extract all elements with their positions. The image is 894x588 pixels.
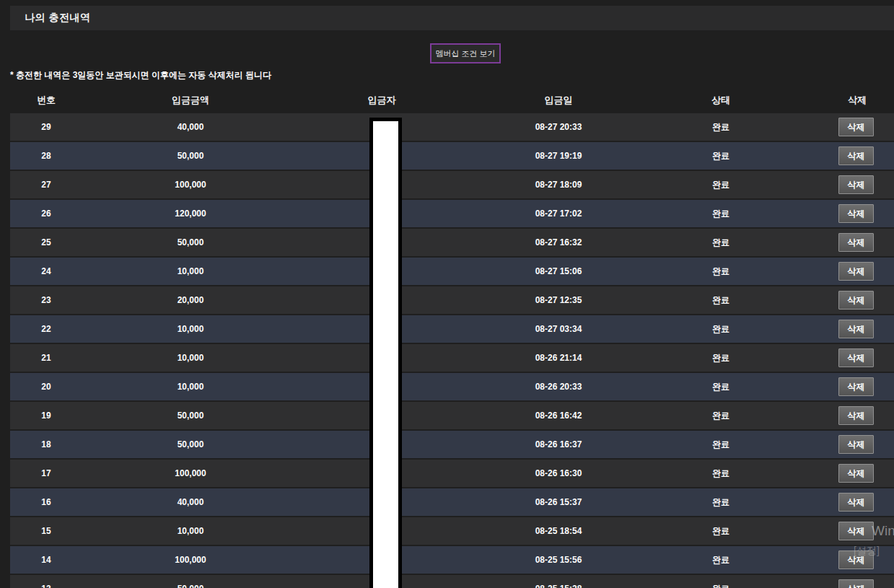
table-row: 14 100,000 08-25 15:56 완료 삭제 <box>10 546 894 574</box>
cell-amount: 50,000 <box>82 439 299 449</box>
title-bar: 나의 충전내역 <box>10 6 894 30</box>
cell-no: 27 <box>10 180 82 190</box>
cell-date: 08-25 15:28 <box>465 584 652 588</box>
cell-no: 19 <box>10 411 82 421</box>
cell-delete: 삭제 <box>789 146 894 165</box>
table-row: 22 10,000 08-27 03:34 완료 삭제 <box>10 315 894 343</box>
cell-amount: 10,000 <box>82 353 299 363</box>
cell-amount: 10,000 <box>82 324 299 334</box>
cell-status: 완료 <box>652 554 789 566</box>
delete-button[interactable]: 삭제 <box>838 579 874 588</box>
delete-button[interactable]: 삭제 <box>838 493 874 512</box>
table-row: 18 50,000 08-26 16:37 완료 삭제 <box>10 431 894 458</box>
cell-delete: 삭제 <box>789 406 894 425</box>
cell-status: 완료 <box>652 237 789 249</box>
cell-delete: 삭제 <box>789 175 894 194</box>
cell-delete: 삭제 <box>789 262 894 281</box>
cell-no: 18 <box>10 439 82 449</box>
delete-button[interactable]: 삭제 <box>838 464 874 483</box>
cell-no: 29 <box>10 122 82 132</box>
cell-amount: 50,000 <box>82 584 299 588</box>
table-row: 25 50,000 08-27 16:32 완료 삭제 <box>10 229 894 256</box>
column-header-depositor: 입금자 <box>299 94 465 107</box>
retention-note: * 충전한 내역은 3일동안 보관되시면 이후에는 자동 삭제처리 됩니다 <box>10 69 271 82</box>
membership-conditions-button[interactable]: 멤버십 조건 보기 <box>430 43 501 63</box>
cell-status: 완료 <box>652 525 789 537</box>
column-header-no: 번호 <box>10 94 82 107</box>
cell-delete: 삭제 <box>789 348 894 367</box>
cell-delete: 삭제 <box>789 377 894 396</box>
delete-button[interactable]: 삭제 <box>838 435 874 454</box>
cell-amount: 100,000 <box>82 555 299 565</box>
cell-date: 08-27 20:33 <box>465 122 652 132</box>
delete-button[interactable]: 삭제 <box>838 233 874 252</box>
column-header-date: 입금일 <box>465 94 652 107</box>
cell-amount: 100,000 <box>82 468 299 478</box>
cell-date: 08-26 16:30 <box>465 468 652 478</box>
delete-button[interactable]: 삭제 <box>838 406 874 425</box>
cell-status: 완료 <box>652 496 789 509</box>
table-row: 17 100,000 08-26 16:30 완료 삭제 <box>10 460 894 487</box>
column-header-delete: 삭제 <box>789 94 894 107</box>
cell-no: 28 <box>10 151 82 161</box>
page: { "page": { "title": "나의 충전내역", "members… <box>0 0 894 588</box>
cell-delete: 삭제 <box>789 464 894 483</box>
cell-date: 08-27 15:06 <box>465 266 652 276</box>
table-row: 23 20,000 08-27 12:35 완료 삭제 <box>10 286 894 314</box>
cell-no: 13 <box>10 584 82 588</box>
cell-amount: 50,000 <box>82 237 299 247</box>
delete-button[interactable]: 삭제 <box>838 522 874 540</box>
table-row: 15 10,000 08-25 18:54 완료 삭제 <box>10 517 894 545</box>
delete-button[interactable]: 삭제 <box>838 291 874 310</box>
cell-no: 14 <box>10 555 82 565</box>
delete-button[interactable]: 삭제 <box>838 118 874 136</box>
cell-status: 완료 <box>652 468 789 480</box>
table-body: 29 40,000 08-27 20:33 완료 삭제 28 50,000 08… <box>10 113 894 588</box>
cell-date: 08-27 19:19 <box>465 151 652 161</box>
cell-amount: 40,000 <box>82 497 299 507</box>
delete-button[interactable]: 삭제 <box>838 175 874 194</box>
delete-button[interactable]: 삭제 <box>838 146 874 165</box>
cell-delete: 삭제 <box>789 204 894 223</box>
cell-no: 17 <box>10 468 82 478</box>
table-row: 24 10,000 08-27 15:06 완료 삭제 <box>10 258 894 285</box>
cell-date: 08-26 16:42 <box>465 411 652 421</box>
cell-status: 완료 <box>652 294 789 307</box>
delete-button[interactable]: 삭제 <box>838 320 874 338</box>
cell-delete: 삭제 <box>789 291 894 310</box>
cell-status: 완료 <box>652 266 789 278</box>
cell-status: 완료 <box>652 410 789 422</box>
cell-status: 완료 <box>652 381 789 393</box>
table-row: 13 50,000 08-25 15:28 완료 삭제 <box>10 575 894 588</box>
table-row: 21 10,000 08-26 21:14 완료 삭제 <box>10 344 894 372</box>
cell-no: 15 <box>10 526 82 536</box>
cell-status: 완료 <box>652 208 789 220</box>
windows-settings-watermark: [설정] <box>854 545 880 558</box>
table-header: 번호 입금금액 입금자 입금일 상태 삭제 <box>10 87 894 113</box>
cell-date: 08-27 12:35 <box>465 295 652 305</box>
cell-no: 24 <box>10 266 82 276</box>
windows-activation-watermark: Wind <box>872 523 894 539</box>
cell-delete: 삭제 <box>789 320 894 338</box>
cell-date: 08-26 16:37 <box>465 439 652 449</box>
cell-status: 완료 <box>652 179 789 191</box>
cell-date: 08-25 15:56 <box>465 555 652 565</box>
cell-no: 23 <box>10 295 82 305</box>
cell-amount: 10,000 <box>82 266 299 276</box>
cell-amount: 10,000 <box>82 382 299 392</box>
delete-button[interactable]: 삭제 <box>838 348 874 367</box>
cell-amount: 10,000 <box>82 526 299 536</box>
delete-button[interactable]: 삭제 <box>838 377 874 396</box>
cell-delete: 삭제 <box>789 493 894 512</box>
table-row: 28 50,000 08-27 19:19 완료 삭제 <box>10 142 894 170</box>
table-row: 20 10,000 08-26 20:33 완료 삭제 <box>10 373 894 400</box>
table-row: 29 40,000 08-27 20:33 완료 삭제 <box>10 113 894 141</box>
cell-no: 20 <box>10 382 82 392</box>
delete-button[interactable]: 삭제 <box>838 204 874 223</box>
table-row: 19 50,000 08-26 16:42 완료 삭제 <box>10 402 894 429</box>
delete-button[interactable]: 삭제 <box>838 262 874 281</box>
table-row: 16 40,000 08-26 15:37 완료 삭제 <box>10 488 894 516</box>
cell-amount: 20,000 <box>82 295 299 305</box>
cell-amount: 50,000 <box>82 151 299 161</box>
cell-date: 08-27 03:34 <box>465 324 652 334</box>
